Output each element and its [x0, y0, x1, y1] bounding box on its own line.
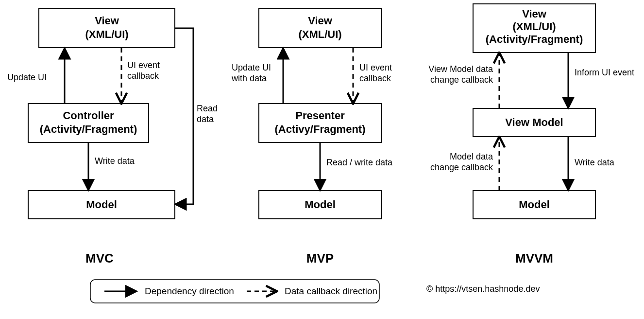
svg-text:View Model datachange callback: View Model datachange callback: [428, 64, 493, 85]
mvvm-view-line2: (XML/UI): [512, 20, 556, 33]
mvvm-inform-label: Inform UI event: [575, 68, 634, 77]
mvc-title: MVC: [85, 251, 114, 266]
mvp-update-l1: Update UI: [232, 63, 271, 72]
mvp-view-line1: View: [308, 15, 333, 27]
legend-dependency-label: Dependency direction: [145, 286, 234, 296]
mvvm-mcb-l1: Model data: [450, 152, 493, 161]
mvvm-mcb-l2: change callback: [430, 162, 493, 172]
mvc-model-label: Model: [86, 198, 117, 211]
mvp-presenter-line1: Presenter: [295, 109, 345, 122]
mvp-column: View(XML/UI) Presenter(Activy/Fragment) …: [231, 9, 393, 266]
mvc-read-l1: Read: [197, 104, 218, 113]
mvc-column: View(XML/UI) Controller(Activity/Fragmen…: [7, 9, 218, 266]
mvvm-view-line1: View: [522, 8, 547, 20]
mvvm-view-line3: (Activity/Fragment): [486, 33, 583, 45]
svg-text:Model datachange callback: Model datachange callback: [430, 152, 493, 172]
mvp-rw-label: Read / write data: [326, 158, 393, 167]
mvp-callback-l2: callback: [359, 73, 391, 83]
mvc-controller-line1: Controller: [63, 109, 114, 122]
mvp-callback-l1: UI event: [359, 63, 392, 72]
mvc-read-arrow: [175, 28, 193, 204]
mvp-title: MVP: [306, 251, 334, 266]
copyright-text: © https://vtsen.hashnode.dev: [426, 284, 540, 294]
mvc-write-label: Write data: [95, 156, 135, 166]
svg-text:UI eventcallback: UI eventcallback: [359, 63, 392, 83]
mvc-view-line2: (XML/UI): [85, 28, 128, 40]
legend-callback-label: Data callback direction: [285, 286, 377, 296]
mvc-callback-l1: UI event: [127, 60, 160, 70]
svg-text:Update UIwith data: Update UIwith data: [231, 63, 271, 83]
mvc-controller-line2: (Activity/Fragment): [40, 123, 137, 135]
mvvm-viewmodel-label: View Model: [505, 116, 563, 128]
mvc-read-l2: data: [197, 114, 214, 124]
mvc-update-label: Update UI: [7, 72, 47, 82]
mvvm-vmcb-l2: change callback: [430, 75, 493, 85]
mvc-callback-l2: callback: [127, 71, 159, 81]
mvp-model-label: Model: [305, 198, 336, 211]
mvvm-title: MVVM: [515, 251, 553, 266]
mvp-presenter-line2: (Activy/Fragment): [274, 123, 365, 135]
mvp-update-l2: with data: [231, 73, 267, 83]
mvvm-model-label: Model: [519, 198, 550, 211]
mvp-view-line2: (XML/UI): [298, 28, 341, 40]
legend: Dependency direction Data callback direc…: [90, 280, 379, 303]
svg-text:UI eventcallback: UI eventcallback: [127, 60, 160, 81]
mvvm-write-label: Write data: [575, 158, 615, 167]
mvvm-column: View(XML/UI)(Activity/Fragment) View Mod…: [428, 4, 634, 266]
mvvm-vmcb-l1: View Model data: [428, 64, 493, 74]
svg-text:Readdata: Readdata: [197, 104, 218, 124]
mvc-view-line1: View: [95, 15, 119, 27]
